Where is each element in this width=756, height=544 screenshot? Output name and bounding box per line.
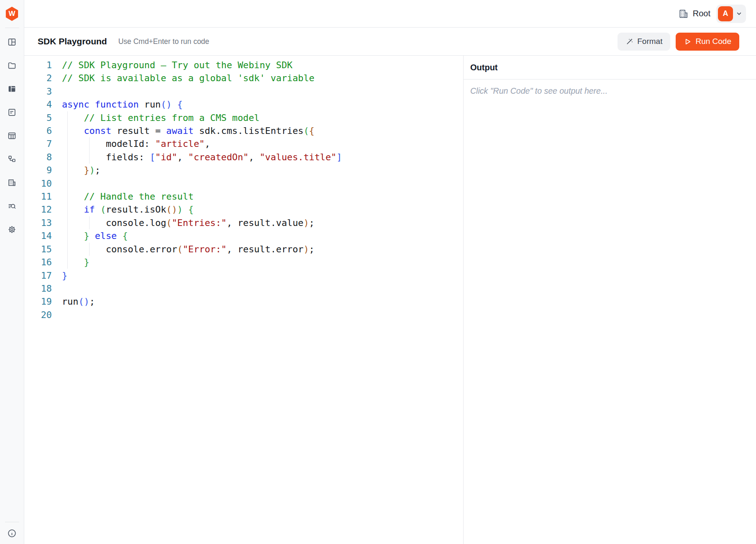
code-token: console.log [62,218,166,228]
code-token: { [309,126,315,136]
main-content: 1234567891011121314151617181920 // SDK P… [24,56,756,544]
code-token: fields: [62,152,150,162]
code-token: ) [90,165,95,175]
code-token [62,126,84,136]
code-token: , result.error [227,244,304,254]
sidebar-item-workflow-icon[interactable] [7,154,17,164]
code-token [95,204,100,215]
code-token: () [166,204,177,215]
code-token: ; [95,165,100,175]
app-window: W Root A [0,0,756,544]
code-line[interactable]: const result = await sdk.cms.listEntries… [58,124,463,137]
sidebar-item-building-icon[interactable] [7,177,17,187]
code-line[interactable]: modelId: "article", [58,137,463,150]
tenant-selector[interactable]: Root [678,8,710,19]
code-token [62,204,84,215]
sidebar-item-folder-icon[interactable] [7,60,17,70]
line-number: 12 [24,203,52,216]
code-token: ) [303,244,309,254]
editor-code-area[interactable]: // SDK Playground — Try out the Webiny S… [58,56,463,544]
info-icon[interactable] [7,528,17,538]
code-line[interactable]: if (result.isOk()) { [58,203,463,216]
code-line[interactable]: console.log("Entries:", result.value); [58,216,463,229]
output-panel: Output Click "Run Code" to see output he… [464,56,756,544]
code-line[interactable]: }); [58,164,463,177]
code-line[interactable]: } else { [58,229,463,242]
magic-wand-icon [625,38,633,46]
page-header: SDK Playground Use Cmd+Enter to run code… [24,28,756,56]
code-line[interactable]: // SDK is available as a global 'sdk' va… [58,72,463,85]
code-token: sdk.cms.listEntries [194,126,303,136]
code-token: modelId: [62,139,155,149]
code-line[interactable]: } [58,269,463,282]
code-line[interactable] [58,85,463,98]
avatar: A [718,6,733,21]
code-line[interactable]: run(); [58,295,463,308]
code-token [62,113,84,123]
sidebar-item-layout-icon[interactable] [7,37,17,47]
code-token: ; [90,296,95,307]
line-number: 15 [24,243,52,256]
code-token [90,99,95,110]
code-token: "Entries:" [172,218,226,228]
code-line[interactable] [58,308,463,321]
line-number: 2 [24,72,52,85]
line-number: 11 [24,190,52,203]
format-button-label: Format [637,37,662,46]
code-token: console.error [62,244,177,254]
code-token: } [84,231,90,241]
output-title: Output [470,63,498,72]
code-token: ; [309,218,315,228]
code-token [62,165,84,175]
sidebar-item-table-icon[interactable] [7,131,17,141]
account-menu[interactable]: A [716,5,746,23]
output-placeholder: Click "Run Code" to see output here... [470,86,607,95]
line-number: 14 [24,229,52,242]
sidebar-nav [7,28,17,234]
sidebar-item-search-icon[interactable] [7,201,17,211]
code-token: ] [336,152,342,162]
code-token: } [84,257,90,267]
webiny-logo-icon: W [5,7,19,21]
line-number: 8 [24,151,52,164]
line-number: 10 [24,177,52,190]
sidebar-item-gear-icon[interactable] [7,224,17,234]
line-number: 13 [24,216,52,229]
sidebar-item-form-icon[interactable] [7,107,17,117]
sidebar-item-window-icon[interactable] [7,84,17,94]
code-token: async [62,99,90,110]
code-token: ; [309,244,315,254]
code-line[interactable]: async function run() { [58,98,463,111]
code-token: // SDK Playground — Try out the Webiny S… [62,60,292,70]
line-number: 7 [24,137,52,150]
code-token: // SDK is available as a global 'sdk' va… [62,73,315,83]
code-line[interactable]: } [58,256,463,269]
code-token: run [139,99,161,110]
code-token: () [161,99,172,110]
code-token: run [62,296,78,307]
code-line[interactable]: console.error("Error:", result.error); [58,243,463,256]
webiny-logo[interactable]: W [0,0,24,28]
code-token [117,231,122,241]
code-token: , [205,139,210,149]
code-line[interactable]: // SDK Playground — Try out the Webiny S… [58,59,463,72]
code-token [172,99,177,110]
code-editor[interactable]: 1234567891011121314151617181920 // SDK P… [24,56,464,544]
code-token: if [84,204,95,215]
code-line[interactable]: // List entries from a CMS model [58,111,463,124]
code-token: ( [100,204,106,215]
sidebar-divider [5,522,19,522]
sidebar: W [0,0,24,544]
line-number: 4 [24,98,52,111]
run-code-button[interactable]: Run Code [676,33,739,51]
code-line[interactable]: fields: ["id", "createdOn", "values.titl… [58,151,463,164]
code-line[interactable] [58,177,463,190]
code-line[interactable]: // Handle the result [58,190,463,203]
code-line[interactable] [58,282,463,295]
code-token: , result.value [227,218,304,228]
code-token: result.isOk [106,204,166,215]
format-button[interactable]: Format [618,33,670,51]
tenant-label: Root [693,9,710,18]
code-token: function [95,99,139,110]
line-number: 18 [24,282,52,295]
